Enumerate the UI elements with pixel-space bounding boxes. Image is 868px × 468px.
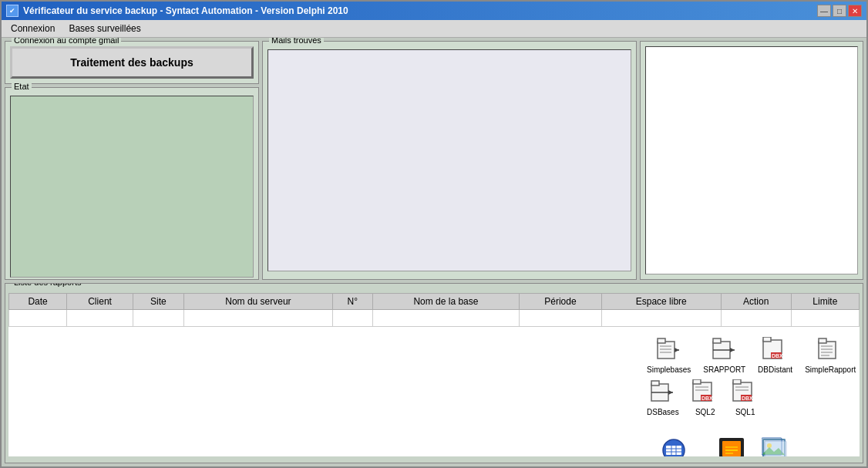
menu-connexion[interactable]: Connexion [5, 22, 61, 35]
icon-sql1[interactable]: DBX SQL1 [732, 379, 759, 416]
table-row [9, 310, 860, 327]
col-limite: Limite [791, 294, 859, 310]
svg-rect-15 [819, 342, 836, 359]
col-client: Client [67, 294, 133, 310]
title-bar-left: ✔ Vérificateur du service backup - Synta… [6, 5, 348, 17]
icons-row-1: Simplebases [15, 336, 853, 374]
sql2-svg: DBX [691, 379, 719, 406]
svg-rect-26 [693, 379, 701, 384]
svg-rect-55 [765, 441, 786, 456]
rapports-table: Date Client Site Nom du serveur N° Nom d… [8, 293, 860, 327]
col-espace: Espace libre [601, 294, 721, 310]
icon-datasettableproducer1[interactable]: DataSetTableProducer1 [647, 436, 701, 456]
simplebases-svg [656, 337, 682, 363]
mails-title: Mails trouvés [269, 38, 324, 45]
col-date: Date [9, 294, 67, 310]
images-icon [762, 436, 789, 456]
content-area: Connexion au compte gmail Traitement des… [2, 38, 866, 466]
simplerapport-svg [817, 337, 843, 363]
col-periode: Période [520, 294, 602, 310]
sql2-icon: DBX [691, 379, 719, 406]
cell-numero [332, 310, 372, 327]
datasettableproducer1-icon [660, 436, 688, 456]
icon-sql2[interactable]: DBX SQL2 [691, 379, 719, 416]
icon-simplebases[interactable]: Simplebases [647, 336, 691, 374]
images-svg [762, 436, 789, 456]
dsbases-label: DSBases [647, 408, 679, 416]
dbdistant-label: DBDistant [758, 365, 792, 374]
svg-rect-38 [666, 446, 681, 455]
menu-bar: Connexion Bases surveillées [2, 20, 866, 38]
col-base: Nom de la base [372, 294, 519, 310]
minimize-button[interactable]: — [817, 5, 831, 17]
cell-client [67, 310, 133, 327]
cell-periode [520, 310, 602, 327]
main-window: ✔ Vérificateur du service backup - Synta… [0, 0, 868, 468]
cell-limite [791, 310, 859, 327]
datasettableproducer1-svg [660, 436, 688, 456]
window-title: Vérificateur du service backup - Syntact… [23, 5, 348, 16]
maximize-button[interactable]: □ [833, 5, 846, 17]
simplebases-icon [655, 336, 683, 364]
icon-images[interactable]: Images [762, 436, 789, 456]
svg-text:DBX: DBX [742, 396, 753, 401]
mails-panel: Mails trouvés [262, 41, 637, 280]
ntifreeze1-icon: □ □ □ [718, 436, 745, 456]
close-button[interactable]: ✕ [848, 5, 862, 17]
svg-rect-16 [819, 338, 826, 343]
icon-srapport[interactable]: SRAPPORT [703, 336, 745, 374]
icons-row-3: DataSetTableProducer1 [15, 436, 853, 456]
icon-simplerapport[interactable]: SimpleRapport [805, 336, 856, 374]
dsbases-svg [650, 379, 676, 406]
etat-box: Etat [5, 87, 259, 280]
svg-rect-1 [658, 338, 665, 343]
rapports-section: Liste des rapports Date Client Site Nom … [5, 283, 863, 463]
dsbases-icon [649, 379, 677, 406]
icon-dsbases[interactable]: DSBases [647, 379, 679, 416]
dbdistant-icon: DBX [762, 336, 789, 364]
cell-espace [601, 310, 721, 327]
col-serveur: Nom du serveur [183, 294, 332, 310]
sql1-svg: DBX [732, 379, 759, 406]
top-section: Connexion au compte gmail Traitement des… [5, 41, 863, 280]
icons-row-2: DSBases DBX [15, 379, 853, 416]
dbdistant-svg: DBX [762, 337, 789, 363]
col-numero: N° [332, 294, 372, 310]
preview-panel [640, 41, 863, 280]
srapport-svg [712, 337, 738, 363]
left-panel: Connexion au compte gmail Traitement des… [5, 41, 259, 280]
simplerapport-label: SimpleRapport [805, 365, 856, 374]
cell-date [9, 310, 67, 327]
sql2-label: SQL2 [695, 408, 715, 416]
cell-serveur [183, 310, 332, 327]
svg-rect-8 [713, 338, 721, 343]
menu-bases-surveillees[interactable]: Bases surveillées [62, 22, 146, 35]
mails-list [267, 49, 631, 271]
ntifreeze1-svg: □ □ □ [718, 436, 745, 456]
simplerapport-icon [816, 336, 844, 364]
title-bar: ✔ Vérificateur du service backup - Synta… [2, 2, 866, 20]
connexion-box: Connexion au compte gmail Traitement des… [5, 41, 259, 84]
col-action: Action [721, 294, 791, 310]
cell-action [721, 310, 791, 327]
app-icon: ✔ [6, 5, 19, 17]
svg-rect-22 [651, 381, 659, 386]
svg-text:DBX: DBX [772, 353, 783, 359]
sql1-label: SQL1 [735, 408, 755, 416]
svg-rect-12 [763, 337, 771, 342]
title-controls: — □ ✕ [817, 5, 862, 17]
icon-dbdistant[interactable]: DBX DBDistant [758, 336, 792, 374]
connexion-box-title: Connexion au compte gmail [12, 38, 121, 45]
cell-base [372, 310, 519, 327]
cell-site [133, 310, 183, 327]
etat-title: Etat [12, 82, 32, 91]
srapport-icon [711, 336, 738, 364]
right-panels: Mails trouvés [262, 41, 863, 280]
icon-ntifreeze1[interactable]: □ □ □ ntiFreeze1 [713, 436, 749, 456]
traitement-backups-button[interactable]: Traitement des backups [10, 46, 254, 79]
preview-content [645, 46, 858, 274]
svg-rect-0 [658, 342, 675, 359]
simplebases-label: Simplebases [647, 365, 691, 374]
srapport-label: SRAPPORT [703, 365, 745, 374]
rapports-table-wrapper[interactable]: Date Client Site Nom du serveur N° Nom d… [8, 293, 860, 456]
